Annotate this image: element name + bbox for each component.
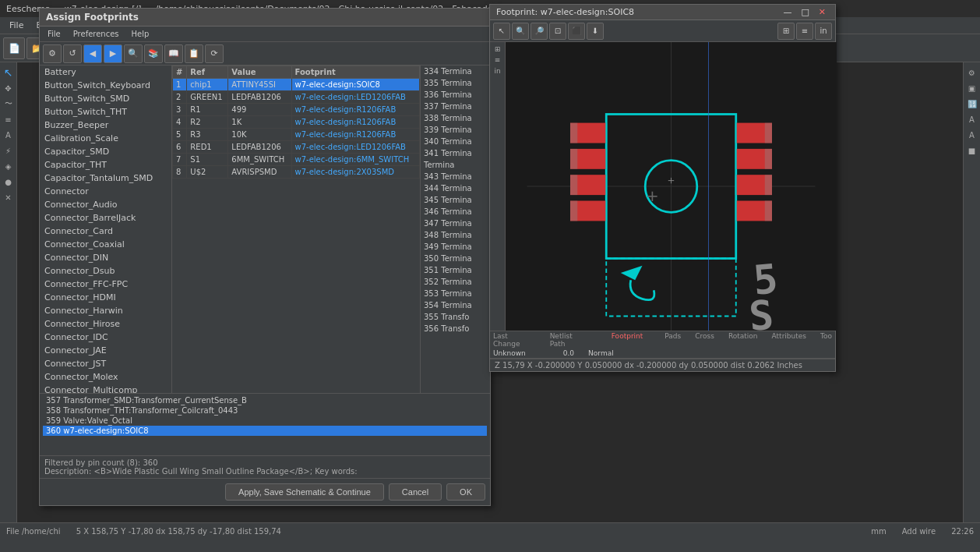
component-conn-jae[interactable]: Connector_JAE <box>40 344 171 357</box>
terminal-345[interactable]: 345 Termina <box>421 194 490 206</box>
right-btn-3[interactable]: 🔢 <box>965 97 979 111</box>
terminal-334[interactable]: 334 Termina <box>421 65 490 77</box>
table-row[interactable]: 6 RED1 LEDFAB1206 w7-elec-design:LED1206… <box>173 141 420 154</box>
right-btn-5[interactable]: A <box>965 128 979 142</box>
left-bus[interactable]: ≡ <box>2 112 16 126</box>
assign-btn-lib1[interactable]: 📚 <box>144 44 163 63</box>
fp-left-btn-2[interactable]: ≡ <box>495 56 501 64</box>
terminal-337[interactable]: 337 Termina <box>421 101 490 112</box>
assign-menu-preferences[interactable]: Preferences <box>69 29 124 39</box>
right-btn-4[interactable]: A <box>965 112 979 126</box>
list-item-360[interactable]: 360 w7-elec-design:SOIC8 <box>43 426 487 436</box>
btn-ok[interactable]: OK <box>446 483 485 501</box>
component-btn-kbd[interactable]: Button_Switch_Keyboard <box>40 79 171 92</box>
assign-btn-refresh[interactable]: ⟳ <box>205 44 224 63</box>
component-conn-hirose[interactable]: Connector_Hirose <box>40 317 171 331</box>
right-btn-2[interactable]: ▣ <box>965 81 979 95</box>
fp-close-btn[interactable]: ✕ <box>816 7 829 17</box>
terminal-336[interactable]: 336 Termina <box>421 89 490 101</box>
fp-btn-measure[interactable]: in <box>815 23 832 40</box>
assign-btn-reload[interactable]: ↺ <box>63 44 82 63</box>
left-move[interactable]: ✥ <box>2 81 16 95</box>
left-symbol[interactable]: ◈ <box>2 159 16 173</box>
terminal-blank[interactable]: Termina <box>421 159 490 171</box>
assign-btn-settings[interactable]: ⚙ <box>43 44 62 63</box>
terminal-347[interactable]: 347 Termina <box>421 218 490 229</box>
component-btn-smd[interactable]: Button_Switch_SMD <box>40 92 171 105</box>
fp-btn-cursor[interactable]: ↖ <box>493 23 510 40</box>
right-btn-1[interactable]: ⚙ <box>965 65 979 80</box>
fp-btn-grid[interactable]: ⊞ <box>777 23 795 40</box>
component-conn-multi[interactable]: Connector_Multicomp <box>40 384 171 393</box>
component-buzzer[interactable]: Buzzer_Beeper <box>40 119 171 132</box>
fp-btn-zoom-out[interactable]: 🔎 <box>531 23 548 40</box>
table-row[interactable]: 2 GREEN1 LEDFAB1206 w7-elec-design:LED12… <box>173 91 420 104</box>
terminal-338[interactable]: 338 Termina <box>421 112 490 124</box>
assign-btn-filter[interactable]: 🔍 <box>124 44 143 63</box>
left-label[interactable]: A <box>2 128 16 142</box>
fp-minimize-btn[interactable]: — <box>780 7 795 17</box>
terminal-350[interactable]: 350 Termina <box>421 253 490 264</box>
component-conn-idc[interactable]: Connector_IDC <box>40 331 171 344</box>
fp-btn-dl[interactable]: ⬇ <box>587 23 604 40</box>
footprint-canvas[interactable]: ⊞ ≡ in <box>490 42 837 331</box>
component-conn-audio[interactable]: Connector_Audio <box>40 198 171 211</box>
component-battery[interactable]: Battery <box>40 65 171 79</box>
left-noconn[interactable]: ✕ <box>2 190 16 204</box>
component-cap-tht[interactable]: Capacitor_THT <box>40 158 171 172</box>
component-conn-harwin[interactable]: Connector_Harwin <box>40 304 171 317</box>
fp-btn-3d[interactable]: ⬛ <box>568 23 585 40</box>
component-conn[interactable]: Connector <box>40 185 171 198</box>
list-item-359[interactable]: 359 Valve:Valve_Octal <box>43 416 487 426</box>
component-conn-barrel[interactable]: Connector_BarrelJack <box>40 211 171 225</box>
left-cursor[interactable]: ↖ <box>2 65 16 80</box>
assign-btn-left[interactable]: ◀ <box>83 44 102 63</box>
table-row[interactable]: 5 R3 10K w7-elec-design:R1206FAB <box>173 129 420 141</box>
left-junction[interactable]: ● <box>2 175 16 189</box>
component-cap-tan[interactable]: Capacitor_Tantalum_SMD <box>40 172 171 185</box>
component-btn-tht[interactable]: Button_Switch_THT <box>40 105 171 119</box>
assign-menu-help[interactable]: Help <box>127 29 154 39</box>
assign-btn-lib3[interactable]: 📋 <box>185 44 203 63</box>
terminal-335[interactable]: 335 Termina <box>421 77 490 89</box>
component-cal[interactable]: Calibration_Scale <box>40 132 171 145</box>
toolbar-new[interactable]: 📄 <box>3 37 25 59</box>
table-row[interactable]: 3 R1 499 w7-elec-design:R1206FAB <box>173 104 420 116</box>
table-row[interactable]: 4 R2 1K w7-elec-design:R1206FAB <box>173 116 420 129</box>
component-conn-molex[interactable]: Connector_Molex <box>40 370 171 384</box>
btn-cancel[interactable]: Cancel <box>389 483 442 501</box>
fp-btn-layers[interactable]: ≡ <box>796 23 813 40</box>
component-conn-hdmi[interactable]: Connector_HDMI <box>40 291 171 304</box>
component-conn-card[interactable]: Connector_Card <box>40 225 171 238</box>
assign-menu-file[interactable]: File <box>43 29 65 39</box>
component-conn-jst[interactable]: Connector_JST <box>40 357 171 370</box>
terminal-356[interactable]: 356 Transfo <box>421 323 490 334</box>
component-cap-smd[interactable]: Capacitor_SMD <box>40 145 171 158</box>
terminal-344[interactable]: 344 Termina <box>421 182 490 194</box>
fp-restore-btn[interactable]: □ <box>798 7 812 17</box>
right-btn-6[interactable]: ■ <box>965 143 979 157</box>
assign-btn-lib2[interactable]: 📖 <box>164 44 183 63</box>
component-conn-ffc[interactable]: Connector_FFC-FPC <box>40 278 171 291</box>
terminal-349[interactable]: 349 Termina <box>421 241 490 253</box>
fp-btn-zoom-fit[interactable]: ⊡ <box>549 23 566 40</box>
fp-btn-zoom-in[interactable]: 🔍 <box>512 23 529 40</box>
terminal-355[interactable]: 355 Transfo <box>421 311 490 323</box>
component-conn-din[interactable]: Connector_DIN <box>40 251 171 264</box>
terminal-351[interactable]: 351 Termina <box>421 264 490 276</box>
terminal-346[interactable]: 346 Termina <box>421 206 490 218</box>
terminal-340[interactable]: 340 Termina <box>421 136 490 147</box>
terminal-352[interactable]: 352 Termina <box>421 276 490 288</box>
table-row[interactable]: 8 U$2 AVRISPSMD w7-elec-design:2X03SMD <box>173 166 420 179</box>
left-wire[interactable]: 〜 <box>2 97 16 111</box>
component-conn-dsub[interactable]: Connector_Dsub <box>40 264 171 278</box>
left-power[interactable]: ⚡ <box>2 143 16 157</box>
table-row[interactable]: 7 S1 6MM_SWITCH w7-elec-design:6MM_SWITC… <box>173 154 420 166</box>
fp-left-btn-1[interactable]: ⊞ <box>495 45 501 53</box>
terminal-343[interactable]: 343 Termina <box>421 171 490 182</box>
terminal-341[interactable]: 341 Termina <box>421 147 490 159</box>
btn-apply-save[interactable]: Apply, Save Schematic & Continue <box>225 483 384 501</box>
fp-left-btn-in[interactable]: in <box>494 67 500 75</box>
assign-btn-right[interactable]: ▶ <box>104 44 122 63</box>
list-item-358[interactable]: 358 Transformer_THT:Transformer_Coilcraf… <box>43 405 487 416</box>
